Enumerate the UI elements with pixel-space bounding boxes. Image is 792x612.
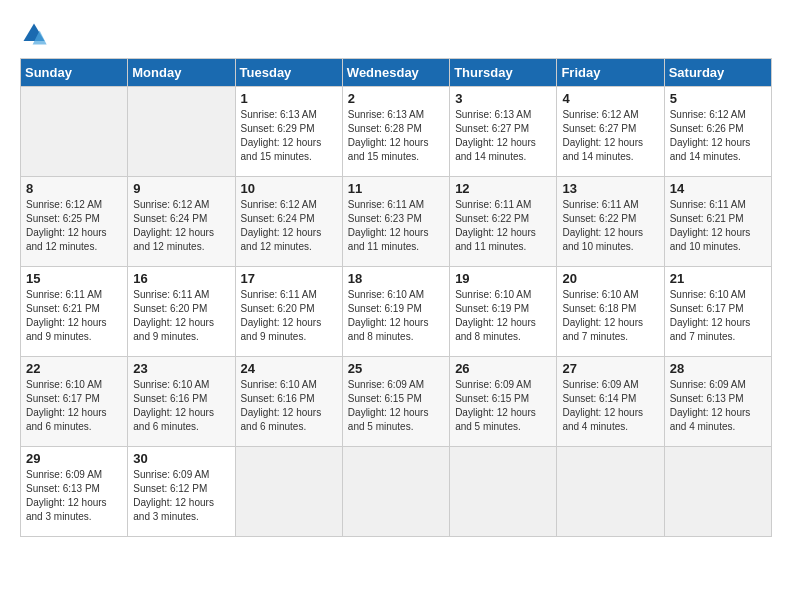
day-cell-8: 8 Sunrise: 6:12 AMSunset: 6:25 PMDayligh… bbox=[21, 177, 128, 267]
empty-cell bbox=[235, 447, 342, 537]
day-number: 26 bbox=[455, 361, 551, 376]
day-cell-10: 10 Sunrise: 6:12 AMSunset: 6:24 PMDaylig… bbox=[235, 177, 342, 267]
cell-info: Sunrise: 6:10 AMSunset: 6:17 PMDaylight:… bbox=[26, 379, 107, 432]
day-number: 19 bbox=[455, 271, 551, 286]
day-number: 1 bbox=[241, 91, 337, 106]
cell-info: Sunrise: 6:11 AMSunset: 6:20 PMDaylight:… bbox=[133, 289, 214, 342]
week-row-4: 22 Sunrise: 6:10 AMSunset: 6:17 PMDaylig… bbox=[21, 357, 772, 447]
col-header-wednesday: Wednesday bbox=[342, 59, 449, 87]
day-cell-27: 27 Sunrise: 6:09 AMSunset: 6:14 PMDaylig… bbox=[557, 357, 664, 447]
cell-info: Sunrise: 6:10 AMSunset: 6:19 PMDaylight:… bbox=[455, 289, 536, 342]
empty-cell bbox=[664, 447, 771, 537]
cell-info: Sunrise: 6:10 AMSunset: 6:17 PMDaylight:… bbox=[670, 289, 751, 342]
cell-info: Sunrise: 6:12 AMSunset: 6:24 PMDaylight:… bbox=[133, 199, 214, 252]
day-cell-18: 18 Sunrise: 6:10 AMSunset: 6:19 PMDaylig… bbox=[342, 267, 449, 357]
day-number: 16 bbox=[133, 271, 229, 286]
day-number: 27 bbox=[562, 361, 658, 376]
day-cell-17: 17 Sunrise: 6:11 AMSunset: 6:20 PMDaylig… bbox=[235, 267, 342, 357]
empty-cell bbox=[128, 87, 235, 177]
empty-cell bbox=[557, 447, 664, 537]
cell-info: Sunrise: 6:09 AMSunset: 6:13 PMDaylight:… bbox=[26, 469, 107, 522]
day-cell-19: 19 Sunrise: 6:10 AMSunset: 6:19 PMDaylig… bbox=[450, 267, 557, 357]
empty-cell bbox=[450, 447, 557, 537]
cell-info: Sunrise: 6:10 AMSunset: 6:16 PMDaylight:… bbox=[241, 379, 322, 432]
day-number: 29 bbox=[26, 451, 122, 466]
cell-info: Sunrise: 6:13 AMSunset: 6:29 PMDaylight:… bbox=[241, 109, 322, 162]
day-number: 23 bbox=[133, 361, 229, 376]
day-cell-26: 26 Sunrise: 6:09 AMSunset: 6:15 PMDaylig… bbox=[450, 357, 557, 447]
day-number: 5 bbox=[670, 91, 766, 106]
cell-info: Sunrise: 6:12 AMSunset: 6:25 PMDaylight:… bbox=[26, 199, 107, 252]
day-number: 11 bbox=[348, 181, 444, 196]
day-number: 28 bbox=[670, 361, 766, 376]
week-row-3: 15 Sunrise: 6:11 AMSunset: 6:21 PMDaylig… bbox=[21, 267, 772, 357]
day-cell-24: 24 Sunrise: 6:10 AMSunset: 6:16 PMDaylig… bbox=[235, 357, 342, 447]
day-number: 2 bbox=[348, 91, 444, 106]
cell-info: Sunrise: 6:11 AMSunset: 6:22 PMDaylight:… bbox=[562, 199, 643, 252]
day-cell-13: 13 Sunrise: 6:11 AMSunset: 6:22 PMDaylig… bbox=[557, 177, 664, 267]
cell-info: Sunrise: 6:13 AMSunset: 6:28 PMDaylight:… bbox=[348, 109, 429, 162]
day-number: 30 bbox=[133, 451, 229, 466]
page-header bbox=[20, 20, 772, 48]
cell-info: Sunrise: 6:12 AMSunset: 6:26 PMDaylight:… bbox=[670, 109, 751, 162]
day-cell-21: 21 Sunrise: 6:10 AMSunset: 6:17 PMDaylig… bbox=[664, 267, 771, 357]
day-cell-9: 9 Sunrise: 6:12 AMSunset: 6:24 PMDayligh… bbox=[128, 177, 235, 267]
cell-info: Sunrise: 6:11 AMSunset: 6:21 PMDaylight:… bbox=[26, 289, 107, 342]
cell-info: Sunrise: 6:13 AMSunset: 6:27 PMDaylight:… bbox=[455, 109, 536, 162]
empty-cell bbox=[342, 447, 449, 537]
day-cell-12: 12 Sunrise: 6:11 AMSunset: 6:22 PMDaylig… bbox=[450, 177, 557, 267]
cell-info: Sunrise: 6:09 AMSunset: 6:13 PMDaylight:… bbox=[670, 379, 751, 432]
cell-info: Sunrise: 6:11 AMSunset: 6:22 PMDaylight:… bbox=[455, 199, 536, 252]
cell-info: Sunrise: 6:09 AMSunset: 6:15 PMDaylight:… bbox=[348, 379, 429, 432]
day-cell-3: 3 Sunrise: 6:13 AMSunset: 6:27 PMDayligh… bbox=[450, 87, 557, 177]
day-cell-25: 25 Sunrise: 6:09 AMSunset: 6:15 PMDaylig… bbox=[342, 357, 449, 447]
day-cell-2: 2 Sunrise: 6:13 AMSunset: 6:28 PMDayligh… bbox=[342, 87, 449, 177]
cell-info: Sunrise: 6:10 AMSunset: 6:19 PMDaylight:… bbox=[348, 289, 429, 342]
cell-info: Sunrise: 6:09 AMSunset: 6:14 PMDaylight:… bbox=[562, 379, 643, 432]
day-number: 20 bbox=[562, 271, 658, 286]
day-number: 4 bbox=[562, 91, 658, 106]
cell-info: Sunrise: 6:11 AMSunset: 6:23 PMDaylight:… bbox=[348, 199, 429, 252]
day-number: 22 bbox=[26, 361, 122, 376]
day-cell-22: 22 Sunrise: 6:10 AMSunset: 6:17 PMDaylig… bbox=[21, 357, 128, 447]
cell-info: Sunrise: 6:12 AMSunset: 6:24 PMDaylight:… bbox=[241, 199, 322, 252]
logo-icon bbox=[20, 20, 48, 48]
cell-info: Sunrise: 6:10 AMSunset: 6:18 PMDaylight:… bbox=[562, 289, 643, 342]
cell-info: Sunrise: 6:10 AMSunset: 6:16 PMDaylight:… bbox=[133, 379, 214, 432]
col-header-thursday: Thursday bbox=[450, 59, 557, 87]
day-cell-16: 16 Sunrise: 6:11 AMSunset: 6:20 PMDaylig… bbox=[128, 267, 235, 357]
day-cell-29: 29 Sunrise: 6:09 AMSunset: 6:13 PMDaylig… bbox=[21, 447, 128, 537]
logo bbox=[20, 20, 52, 48]
day-number: 25 bbox=[348, 361, 444, 376]
calendar-table: SundayMondayTuesdayWednesdayThursdayFrid… bbox=[20, 58, 772, 537]
col-header-saturday: Saturday bbox=[664, 59, 771, 87]
day-cell-11: 11 Sunrise: 6:11 AMSunset: 6:23 PMDaylig… bbox=[342, 177, 449, 267]
col-header-sunday: Sunday bbox=[21, 59, 128, 87]
week-row-5: 29 Sunrise: 6:09 AMSunset: 6:13 PMDaylig… bbox=[21, 447, 772, 537]
day-number: 21 bbox=[670, 271, 766, 286]
day-cell-23: 23 Sunrise: 6:10 AMSunset: 6:16 PMDaylig… bbox=[128, 357, 235, 447]
day-cell-14: 14 Sunrise: 6:11 AMSunset: 6:21 PMDaylig… bbox=[664, 177, 771, 267]
day-number: 8 bbox=[26, 181, 122, 196]
day-cell-15: 15 Sunrise: 6:11 AMSunset: 6:21 PMDaylig… bbox=[21, 267, 128, 357]
cell-info: Sunrise: 6:09 AMSunset: 6:12 PMDaylight:… bbox=[133, 469, 214, 522]
cell-info: Sunrise: 6:12 AMSunset: 6:27 PMDaylight:… bbox=[562, 109, 643, 162]
day-cell-30: 30 Sunrise: 6:09 AMSunset: 6:12 PMDaylig… bbox=[128, 447, 235, 537]
cell-info: Sunrise: 6:11 AMSunset: 6:21 PMDaylight:… bbox=[670, 199, 751, 252]
col-header-monday: Monday bbox=[128, 59, 235, 87]
cell-info: Sunrise: 6:09 AMSunset: 6:15 PMDaylight:… bbox=[455, 379, 536, 432]
day-number: 9 bbox=[133, 181, 229, 196]
week-row-1: 1 Sunrise: 6:13 AMSunset: 6:29 PMDayligh… bbox=[21, 87, 772, 177]
day-number: 14 bbox=[670, 181, 766, 196]
day-number: 13 bbox=[562, 181, 658, 196]
day-number: 10 bbox=[241, 181, 337, 196]
day-number: 15 bbox=[26, 271, 122, 286]
day-cell-28: 28 Sunrise: 6:09 AMSunset: 6:13 PMDaylig… bbox=[664, 357, 771, 447]
cell-info: Sunrise: 6:11 AMSunset: 6:20 PMDaylight:… bbox=[241, 289, 322, 342]
day-cell-5: 5 Sunrise: 6:12 AMSunset: 6:26 PMDayligh… bbox=[664, 87, 771, 177]
day-number: 18 bbox=[348, 271, 444, 286]
col-header-friday: Friday bbox=[557, 59, 664, 87]
day-number: 24 bbox=[241, 361, 337, 376]
day-cell-20: 20 Sunrise: 6:10 AMSunset: 6:18 PMDaylig… bbox=[557, 267, 664, 357]
week-row-2: 8 Sunrise: 6:12 AMSunset: 6:25 PMDayligh… bbox=[21, 177, 772, 267]
